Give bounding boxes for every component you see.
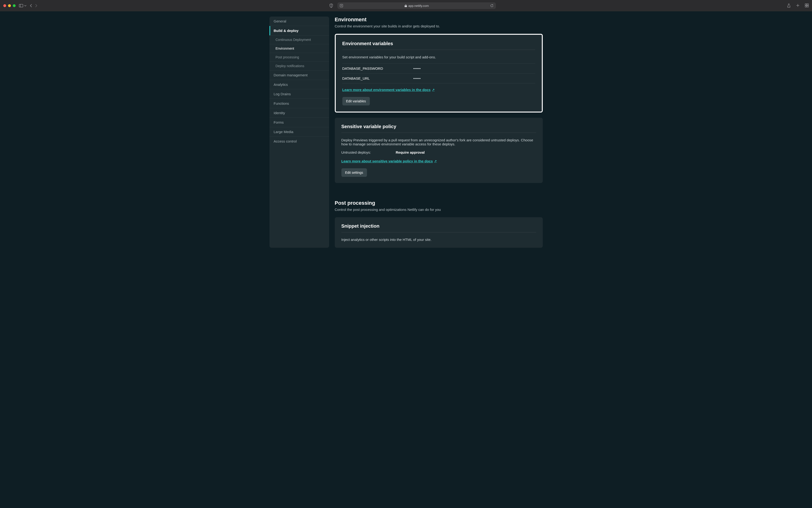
sidebar-item-label: Identity: [274, 111, 285, 115]
sidebar-subitem-label: Post processing: [276, 55, 299, 59]
env-var-row: DATABASE_URL ••••••: [342, 74, 535, 83]
card-description: Inject analytics or other scripts into t…: [341, 238, 536, 242]
external-link-icon: ↗: [434, 159, 437, 163]
sidebar-item-functions[interactable]: Functions: [269, 99, 329, 108]
address-bar[interactable]: app.netlify.com: [337, 2, 496, 9]
sidebar-subitem-post-processing[interactable]: Post processing: [269, 53, 329, 62]
sidebar-subitem-label: Continuous Deployment: [276, 38, 311, 42]
sidebar-toggle-button[interactable]: [19, 4, 27, 7]
card-snippet-injection: Snippet injection Inject analytics or ot…: [335, 217, 543, 248]
url-text: app.netlify.com: [409, 4, 429, 8]
env-var-value: ••••••: [413, 76, 421, 80]
reader-mode-button[interactable]: [340, 4, 343, 7]
new-tab-button[interactable]: [796, 4, 800, 8]
maximize-window-button[interactable]: [13, 4, 15, 7]
sidebar-item-log-drains[interactable]: Log Drains: [269, 89, 329, 99]
privacy-shield-button[interactable]: [328, 4, 334, 8]
section-heading-environment: Environment: [335, 16, 543, 23]
link-text: Learn more about environment variables i…: [342, 88, 431, 92]
card-title: Sensitive variable policy: [341, 124, 536, 133]
sidebar-item-large-media[interactable]: Large Media: [269, 127, 329, 137]
window-controls: [3, 4, 15, 7]
main-content: Environment Control the environment your…: [335, 16, 543, 248]
svg-rect-0: [19, 4, 23, 7]
sidebar-item-label: Domain management: [274, 73, 308, 77]
sidebar-item-label: Build & deploy: [274, 29, 299, 33]
section-subheading-post-processing: Control the post processing and optimiza…: [335, 208, 543, 212]
sidebar-item-label: Access control: [274, 139, 297, 143]
chevron-down-icon: [24, 5, 27, 6]
svg-rect-7: [805, 4, 807, 5]
share-button[interactable]: [787, 4, 791, 8]
sidebar-subitem-continuous-deployment[interactable]: Continuous Deployment: [269, 36, 329, 44]
sidebar-subitem-label: Deploy notifications: [276, 64, 304, 68]
card-description: Deploy Previews triggered by a pull requ…: [341, 138, 536, 146]
back-button[interactable]: [30, 4, 32, 8]
sidebar-item-access-control[interactable]: Access control: [269, 137, 329, 146]
card-title: Environment variables: [342, 41, 535, 50]
policy-value: Require approval: [396, 150, 425, 154]
card-sensitive-policy: Sensitive variable policy Deploy Preview…: [335, 118, 543, 183]
svg-rect-10: [807, 6, 808, 7]
sidebar-item-domain-management[interactable]: Domain management: [269, 71, 329, 80]
env-var-key: DATABASE_URL: [342, 76, 413, 80]
sidebar-item-build-deploy[interactable]: Build & deploy: [269, 26, 329, 36]
svg-rect-9: [805, 6, 807, 7]
edit-variables-button[interactable]: Edit variables: [342, 97, 370, 105]
edit-settings-button[interactable]: Edit settings: [341, 168, 367, 177]
sensitive-policy-docs-link[interactable]: Learn more about sensitive variable poli…: [341, 159, 437, 163]
close-window-button[interactable]: [3, 4, 6, 7]
sidebar-item-label: Log Drains: [274, 92, 291, 96]
card-description: Set environment variables for your build…: [342, 55, 535, 59]
sidebar-item-label: General: [274, 19, 286, 23]
sidebar-item-label: Forms: [274, 120, 284, 124]
lock-icon: [404, 4, 407, 7]
env-var-row: DATABASE_PASSWORD ••••••: [342, 64, 535, 74]
sidebar-subitem-label: Environment: [276, 47, 294, 50]
settings-sidebar: General Build & deploy Continuous Deploy…: [269, 16, 329, 248]
sidebar-subitem-deploy-notifications[interactable]: Deploy notifications: [269, 62, 329, 71]
sidebar-item-label: Functions: [274, 101, 289, 105]
env-vars-docs-link[interactable]: Learn more about environment variables i…: [342, 88, 435, 92]
minimize-window-button[interactable]: [8, 4, 11, 7]
tab-overview-button[interactable]: [805, 4, 809, 8]
svg-rect-8: [807, 4, 808, 5]
link-text: Learn more about sensitive variable poli…: [341, 159, 433, 163]
svg-rect-2: [340, 4, 343, 7]
env-var-table: DATABASE_PASSWORD •••••• DATABASE_URL ••…: [342, 64, 535, 83]
external-link-icon: ↗: [432, 88, 435, 91]
refresh-button[interactable]: [490, 4, 494, 7]
env-var-key: DATABASE_PASSWORD: [342, 67, 413, 71]
sidebar-item-analytics[interactable]: Analytics: [269, 80, 329, 89]
env-var-value: ••••••: [413, 67, 421, 71]
nav-arrows: [30, 4, 37, 8]
sidebar-item-general[interactable]: General: [269, 16, 329, 26]
sidebar-item-label: Large Media: [274, 130, 294, 134]
sidebar-subitem-environment[interactable]: Environment: [269, 44, 329, 53]
section-heading-post-processing: Post processing: [335, 200, 543, 206]
sidebar-item-label: Analytics: [274, 83, 288, 87]
card-title: Snippet injection: [341, 223, 536, 232]
section-subheading-environment: Control the environment your site builds…: [335, 24, 543, 28]
policy-label: Untrusted deploys:: [341, 150, 396, 154]
policy-row: Untrusted deploys: Require approval: [341, 150, 536, 154]
forward-button[interactable]: [35, 4, 37, 8]
card-environment-variables: Environment variables Set environment va…: [335, 34, 543, 113]
sidebar-item-forms[interactable]: Forms: [269, 118, 329, 127]
browser-chrome: app.netlify.com: [0, 0, 812, 11]
sidebar-item-identity[interactable]: Identity: [269, 108, 329, 118]
